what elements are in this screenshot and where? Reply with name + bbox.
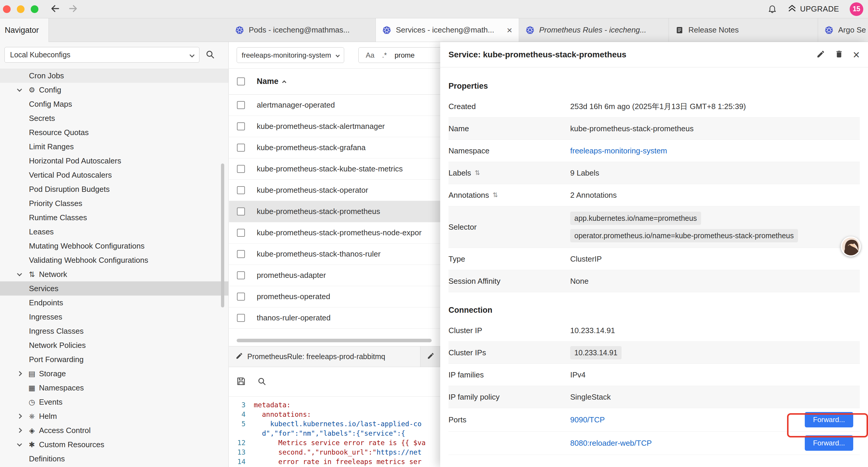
horizontal-scrollbar[interactable] [237,339,432,342]
tab-label: Pods - icecheng@mathmas... [249,25,349,35]
row-checkbox[interactable] [237,314,245,322]
sidebar-item[interactable]: Endpoints [0,296,228,310]
edit-pencil-icon[interactable] [816,50,825,60]
regex-toggle[interactable]: .* [382,51,387,59]
sidebar-search-icon[interactable] [205,50,215,60]
expand-toggle-icon[interactable]: ⇅ [493,191,498,199]
sidebar-item[interactable]: Vertical Pod Autoscalers [0,168,228,182]
port-link[interactable]: 9090/TCP [570,415,605,425]
sidebar-item[interactable]: Events [0,395,228,409]
sidebar-item[interactable]: Storage [0,367,228,381]
sidebar-item[interactable]: Ingress Classes [0,324,228,338]
row-checkbox[interactable] [237,229,245,237]
sidebar-item[interactable]: Validating Webhook Configurations [0,253,228,267]
browser-tab[interactable]: Pods - icecheng@mathmas... [229,18,376,42]
notifications-bell-icon[interactable] [768,4,777,14]
close-icon[interactable]: × [853,49,860,61]
sidebar-item-label: Config Maps [29,99,72,109]
kubernetes-icon [526,26,534,35]
kubernetes-icon [382,26,391,35]
table-row[interactable]: kube-prometheus-stack-operator [229,180,440,201]
sidebar-item[interactable]: Access Control [0,423,228,437]
sidebar-item[interactable]: Horizontal Pod Autoscalers [0,154,228,168]
code-line: 14 error rate in freeleaps metrics ser [229,457,440,466]
match-case-toggle[interactable]: Aa [366,51,374,59]
table-row[interactable]: kube-prometheus-stack-thanos-ruler [229,243,440,265]
sidebar-item[interactable]: Services [0,282,228,296]
row-checkbox[interactable] [237,165,245,173]
expand-toggle-icon[interactable]: ⇅ [475,169,480,177]
group-icon [26,426,38,435]
row-checkbox[interactable] [237,293,245,300]
yaml-editor[interactable]: 3metadata: 4 annotations: 5 kubectl.kube… [229,400,440,467]
sidebar-item[interactable]: Resource Quotas [0,125,228,140]
forward-button[interactable]: Forward... [805,435,853,451]
table-row[interactable]: kube-prometheus-stack-kube-state-metrics [229,158,440,180]
upgrade-button[interactable]: UPGRADE [788,4,839,14]
editor-tab-partial[interactable] [421,346,440,367]
sidebar-item[interactable]: Definitions [0,451,228,466]
row-checkbox[interactable] [237,186,245,194]
table-row[interactable]: alertmanager-operated [229,95,440,116]
row-checkbox[interactable] [237,207,245,215]
notification-count-badge[interactable]: 15 [850,2,863,16]
table-row[interactable]: kube-prometheus-stack-prometheus-node-ex… [229,222,440,243]
row-checkbox[interactable] [237,122,245,130]
sidebar-item[interactable]: Namespaces [0,381,228,395]
forward-arrow-icon[interactable] [68,4,78,15]
drawer-body: Properties Created 253d 16h 6m ago (2025… [440,68,868,467]
sidebar-item[interactable]: Leases [0,225,228,239]
sidebar-item-label: Endpoints [29,298,63,308]
namespace-link[interactable]: freeleaps-monitoring-system [570,146,667,155]
browser-tab[interactable]: Argo Se [818,18,868,42]
port-link[interactable]: 8080:reloader-web/TCP [570,439,652,448]
row-checkbox[interactable] [237,271,245,279]
browser-tab[interactable]: Prometheus Rules - icecheng... [519,18,669,42]
sidebar-item[interactable]: Pod Disruption Budgets [0,182,228,196]
namespace-filter-select[interactable]: freeleaps-monitoring-system [237,47,344,63]
table-header: Name [229,68,440,95]
select-all-checkbox[interactable] [237,78,245,85]
name-column-sorter[interactable]: Name [257,77,286,86]
user-avatar[interactable] [841,236,861,257]
row-checkbox[interactable] [237,250,245,258]
zoom-window-button[interactable] [31,5,38,13]
code-line: d","for":"nm","labels":{"service":{ [229,429,440,438]
sidebar-item[interactable]: Ingresses [0,310,228,324]
table-row[interactable]: kube-prometheus-stack-grafana [229,137,440,158]
kubeconfig-select[interactable]: Local Kubeconfigs [4,47,199,63]
sidebar-item[interactable]: Config Maps [0,97,228,111]
browser-tab[interactable]: Release Notes [669,18,818,42]
table-row[interactable]: thanos-ruler-operated [229,308,440,329]
back-arrow-icon[interactable] [50,4,60,15]
sidebar-item[interactable]: Cron Jobs [0,68,228,83]
sidebar-item[interactable]: Runtime Classes [0,210,228,225]
minimize-window-button[interactable] [17,5,25,13]
save-icon[interactable] [236,376,246,387]
sidebar-item[interactable]: Helm [0,409,228,423]
sidebar-item[interactable]: Custom Resources [0,437,228,451]
tab-close-icon[interactable]: × [507,25,512,35]
delete-trash-icon[interactable] [835,50,843,60]
list-search-input[interactable]: Aa .* prome [359,47,440,63]
sidebar-item[interactable]: Secrets [0,111,228,125]
sidebar-item[interactable]: Network [0,267,228,282]
sidebar-item[interactable]: Network Policies [0,338,228,352]
editor-tab[interactable]: PrometheusRule: freeleaps-prod-rabbitmq [229,346,421,367]
editor-search-icon[interactable] [257,377,266,387]
row-checkbox[interactable] [237,101,245,109]
sidebar-item[interactable]: Priority Classes [0,196,228,210]
close-window-button[interactable] [3,5,11,13]
table-row[interactable]: prometheus-operated [229,286,440,308]
table-row[interactable]: kube-prometheus-stack-alertmanager [229,116,440,137]
sidebar-item[interactable]: Port Forwarding [0,352,228,367]
sidebar-item-label: Definitions [29,454,65,463]
table-row[interactable]: prometheus-adapter [229,265,440,286]
sidebar-scrollbar[interactable] [221,164,224,308]
browser-tab[interactable]: Services - icecheng@math... × [376,18,519,42]
table-row[interactable]: kube-prometheus-stack-prometheus [229,201,440,222]
sidebar-item[interactable]: Config [0,83,228,97]
row-checkbox[interactable] [237,144,245,152]
sidebar-item[interactable]: Limit Ranges [0,140,228,154]
sidebar-item[interactable]: Mutating Webhook Configurations [0,239,228,253]
